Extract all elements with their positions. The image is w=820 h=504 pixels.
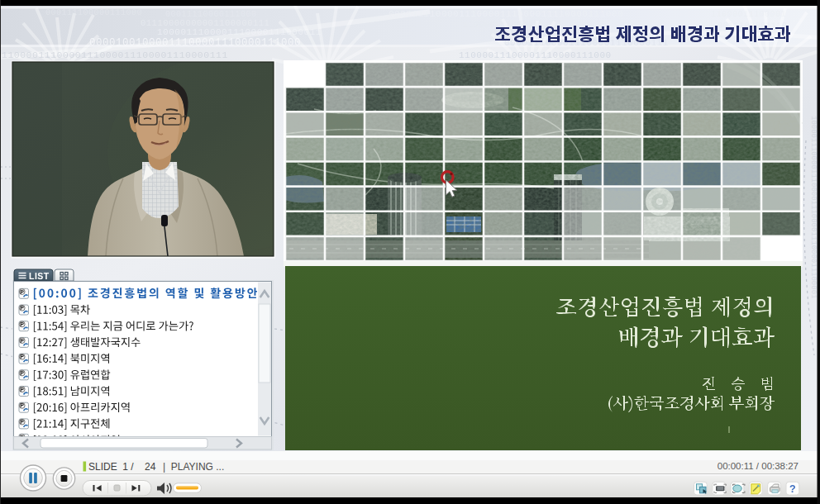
svg-text:P: P (20, 305, 24, 311)
svg-text:P: P (20, 338, 24, 344)
svg-text:P: P (20, 321, 24, 327)
svg-text:P: P (20, 289, 24, 295)
svg-text:P: P (20, 403, 24, 409)
svg-text:P: P (20, 354, 24, 359)
svg-text:LIST: LIST (29, 271, 50, 281)
svg-text:P: P (20, 387, 24, 392)
svg-text:P: P (20, 419, 24, 425)
svg-text:P: P (20, 370, 24, 376)
